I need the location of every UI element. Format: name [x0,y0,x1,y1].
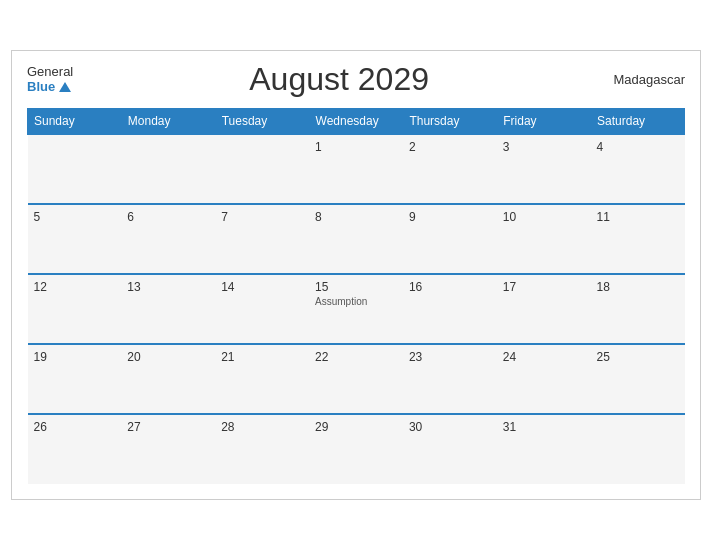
logo: General Blue [27,65,73,94]
month-title: August 2029 [73,61,605,98]
calendar-week-row: 1234 [28,134,685,204]
calendar-cell: 24 [497,344,591,414]
calendar-cell: 1 [309,134,403,204]
calendar-cell: 2 [403,134,497,204]
day-number: 16 [409,280,491,294]
calendar-cell: 3 [497,134,591,204]
calendar-cell: 9 [403,204,497,274]
weekday-header-tuesday: Tuesday [215,109,309,135]
day-number: 3 [503,140,585,154]
weekday-header-friday: Friday [497,109,591,135]
weekday-header-saturday: Saturday [591,109,685,135]
calendar-cell: 10 [497,204,591,274]
day-number: 24 [503,350,585,364]
calendar-week-row: 19202122232425 [28,344,685,414]
day-number: 14 [221,280,303,294]
day-number: 6 [127,210,209,224]
day-number: 9 [409,210,491,224]
calendar-cell: 5 [28,204,122,274]
day-number: 7 [221,210,303,224]
calendar-cell: 31 [497,414,591,484]
calendar-wrapper: General Blue August 2029 Madagascar Sund… [11,50,701,500]
calendar-week-row: 567891011 [28,204,685,274]
calendar-cell [28,134,122,204]
calendar-cell: 21 [215,344,309,414]
holiday-label: Assumption [315,296,397,307]
calendar-cell: 13 [121,274,215,344]
day-number: 12 [34,280,116,294]
calendar-header: General Blue August 2029 Madagascar [27,61,685,98]
calendar-table: SundayMondayTuesdayWednesdayThursdayFrid… [27,108,685,484]
calendar-cell: 7 [215,204,309,274]
calendar-cell: 25 [591,344,685,414]
calendar-cell [215,134,309,204]
day-number: 18 [597,280,679,294]
calendar-cell: 23 [403,344,497,414]
day-number: 29 [315,420,397,434]
calendar-cell: 30 [403,414,497,484]
calendar-week-row: 12131415Assumption161718 [28,274,685,344]
calendar-cell: 15Assumption [309,274,403,344]
calendar-week-row: 262728293031 [28,414,685,484]
day-number: 13 [127,280,209,294]
weekday-header-row: SundayMondayTuesdayWednesdayThursdayFrid… [28,109,685,135]
logo-triangle-icon [59,82,71,92]
day-number: 19 [34,350,116,364]
weekday-header-wednesday: Wednesday [309,109,403,135]
day-number: 31 [503,420,585,434]
day-number: 10 [503,210,585,224]
weekday-header-thursday: Thursday [403,109,497,135]
day-number: 1 [315,140,397,154]
day-number: 25 [597,350,679,364]
logo-blue-text: Blue [27,79,71,94]
weekday-header-sunday: Sunday [28,109,122,135]
calendar-cell: 28 [215,414,309,484]
day-number: 26 [34,420,116,434]
calendar-cell: 18 [591,274,685,344]
calendar-cell [591,414,685,484]
day-number: 27 [127,420,209,434]
weekday-header-monday: Monday [121,109,215,135]
day-number: 15 [315,280,397,294]
calendar-cell: 27 [121,414,215,484]
day-number: 28 [221,420,303,434]
calendar-cell [121,134,215,204]
day-number: 8 [315,210,397,224]
calendar-cell: 12 [28,274,122,344]
calendar-cell: 6 [121,204,215,274]
day-number: 30 [409,420,491,434]
calendar-cell: 8 [309,204,403,274]
day-number: 5 [34,210,116,224]
calendar-cell: 29 [309,414,403,484]
day-number: 4 [597,140,679,154]
country-label: Madagascar [605,72,685,87]
day-number: 2 [409,140,491,154]
day-number: 23 [409,350,491,364]
calendar-cell: 22 [309,344,403,414]
day-number: 21 [221,350,303,364]
day-number: 20 [127,350,209,364]
calendar-cell: 16 [403,274,497,344]
calendar-cell: 19 [28,344,122,414]
calendar-cell: 11 [591,204,685,274]
day-number: 22 [315,350,397,364]
calendar-cell: 4 [591,134,685,204]
calendar-cell: 14 [215,274,309,344]
calendar-cell: 17 [497,274,591,344]
calendar-cell: 20 [121,344,215,414]
calendar-cell: 26 [28,414,122,484]
day-number: 17 [503,280,585,294]
logo-general-text: General [27,65,73,79]
day-number: 11 [597,210,679,224]
